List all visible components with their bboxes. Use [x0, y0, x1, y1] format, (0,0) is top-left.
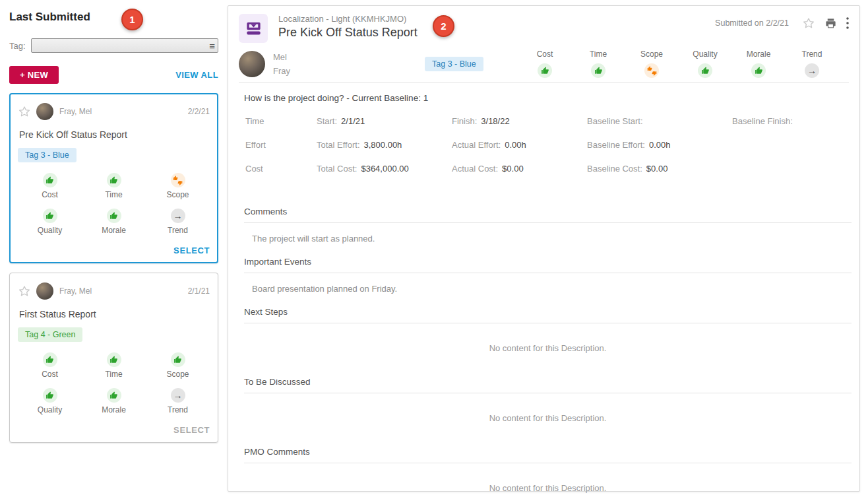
thumb-up-icon	[43, 209, 57, 223]
thumb-up-icon	[43, 352, 57, 367]
detail-row-label: Time	[244, 116, 317, 126]
section-content: No content for this Description.	[244, 323, 852, 377]
thumbs-mixed-icon	[171, 173, 185, 187]
tag-filter-label: Tag:	[9, 41, 26, 51]
tag-filter-input[interactable]: ≡	[31, 38, 218, 53]
thumb-up-icon	[171, 352, 185, 367]
submitted-date: Submitted on 2/2/21	[715, 18, 789, 28]
section-to-be-discussed: To Be Discussed No content for this Desc…	[244, 377, 852, 447]
thumb-up-icon	[107, 352, 121, 367]
print-icon[interactable]	[824, 17, 837, 30]
tag-chip: Tag 3 - Blue	[425, 57, 483, 71]
detail-field: Total Effort:3,800.00h	[317, 140, 452, 150]
thumbs-mixed-icon	[644, 63, 659, 78]
section-title: Next Steps	[244, 307, 852, 323]
annotation-badge-2: 2	[433, 15, 454, 37]
section-content: No content for this Description.	[244, 463, 852, 495]
avatar	[36, 282, 53, 300]
card-author: Fray, Mel	[59, 107, 92, 116]
arrow-right-icon: →	[171, 388, 185, 403]
arrow-right-icon: →	[171, 209, 185, 223]
thumb-up-icon	[107, 388, 121, 403]
section-title: Important Events	[244, 257, 852, 273]
detail-field: Baseline Effort:0.00h	[587, 140, 732, 150]
new-report-button[interactable]: + NEW	[9, 66, 59, 84]
select-report-link[interactable]: SELECT	[173, 425, 210, 435]
indicator-morale: Morale	[82, 209, 146, 235]
section-content: The project will start as planned.	[244, 223, 852, 257]
card-author: Fray, Mel	[59, 286, 92, 296]
author-first-name: Mel	[273, 50, 425, 64]
favorite-star-icon[interactable]	[18, 284, 31, 298]
detail-field: Finish:3/18/22	[452, 116, 587, 126]
detail-row-label: Effort	[244, 140, 317, 150]
section-content: No content for this Description.	[244, 393, 852, 447]
arrow-right-icon: →	[805, 63, 819, 78]
select-report-link[interactable]: SELECT	[173, 246, 210, 255]
thumb-up-icon	[107, 173, 121, 187]
indicator-trend: → Trend	[146, 209, 210, 235]
avatar	[239, 51, 265, 77]
thumb-up-icon	[43, 388, 57, 403]
view-all-link[interactable]: VIEW ALL	[175, 70, 218, 80]
project-status-question: How is the project doing? - Current Base…	[244, 93, 852, 103]
detail-field: Baseline Start:	[587, 116, 732, 126]
indicator-trend: Trend →	[791, 50, 833, 78]
thumb-up-icon	[591, 63, 605, 78]
avatar	[36, 103, 53, 120]
indicator-cost: Cost	[18, 173, 82, 199]
indicator-trend: → Trend	[146, 388, 210, 414]
annotation-badge-1: 1	[121, 9, 143, 30]
indicator-cost: Cost	[18, 352, 82, 379]
tag-chip: Tag 4 - Green	[18, 327, 82, 342]
card-title: First Status Report	[19, 309, 210, 319]
status-report-card[interactable]: Fray, Mel 2/2/21 Pre Kick Off Status Rep…	[9, 93, 218, 263]
detail-field: Start:2/1/21	[317, 116, 452, 126]
indicator-scope: Scope	[146, 352, 210, 379]
card-date: 2/1/21	[188, 286, 210, 296]
thumb-up-icon	[751, 63, 766, 78]
indicator-scope: Scope	[146, 173, 210, 199]
detail-field	[732, 140, 852, 150]
indicator-cost: Cost	[524, 50, 566, 78]
indicator-time: Time	[577, 50, 619, 78]
last-submitted-panel: Last Submitted Tag: ≡ + NEW VIEW ALL Fra…	[0, 0, 228, 495]
detail-field: Total Cost:$364,000.00	[317, 164, 452, 174]
hamburger-icon[interactable]: ≡	[209, 41, 215, 51]
thumb-up-icon	[698, 63, 712, 78]
section-title: Comments	[244, 207, 852, 223]
status-report-detail-panel: Localization - Light (KKMHKJMO) Pre Kick…	[228, 5, 860, 492]
project-name: Localization - Light (KKMHKJMO)	[278, 14, 418, 24]
indicator-quality: Quality	[18, 388, 82, 414]
thumb-up-icon	[107, 209, 121, 223]
report-title: Pre Kick Off Status Report	[278, 26, 418, 40]
detail-field: Actual Effort:0.00h	[452, 140, 587, 150]
tag-chip: Tag 3 - Blue	[18, 148, 77, 162]
indicator-quality: Quality	[18, 209, 82, 235]
indicator-morale: Morale	[737, 50, 780, 78]
detail-field	[732, 164, 852, 174]
panel-title: Last Submitted	[9, 11, 218, 24]
indicator-scope: Scope	[631, 50, 673, 78]
section-next-steps: Next Steps No content for this Descripti…	[244, 307, 852, 377]
project-icon	[239, 14, 268, 43]
detail-field: Baseline Finish:	[732, 116, 852, 126]
more-options-icon[interactable]	[846, 17, 849, 29]
tag-filter-row: Tag: ≡	[9, 38, 218, 53]
favorite-star-icon[interactable]	[802, 16, 815, 30]
indicator-quality: Quality	[684, 50, 726, 78]
indicator-morale: Morale	[82, 388, 146, 414]
detail-field: Actual Cost:$0.00	[452, 164, 587, 174]
section-content: Board presentation planned on Friday.	[244, 273, 852, 307]
section-comments: Comments The project will start as plann…	[244, 207, 852, 257]
favorite-star-icon[interactable]	[18, 105, 31, 118]
card-date: 2/2/21	[188, 107, 210, 116]
thumb-up-icon	[43, 173, 57, 187]
section-title: To Be Discussed	[244, 377, 852, 393]
status-report-card[interactable]: Fray, Mel 2/1/21 First Status Report Tag…	[9, 273, 218, 443]
indicator-time: Time	[82, 173, 146, 199]
thumb-up-icon	[538, 63, 552, 78]
project-details-grid: Time Start:2/1/21 Finish:3/18/22 Baselin…	[244, 116, 852, 174]
section-title: PMO Comments	[244, 447, 852, 463]
section-important-events: Important Events Board presentation plan…	[244, 257, 852, 307]
